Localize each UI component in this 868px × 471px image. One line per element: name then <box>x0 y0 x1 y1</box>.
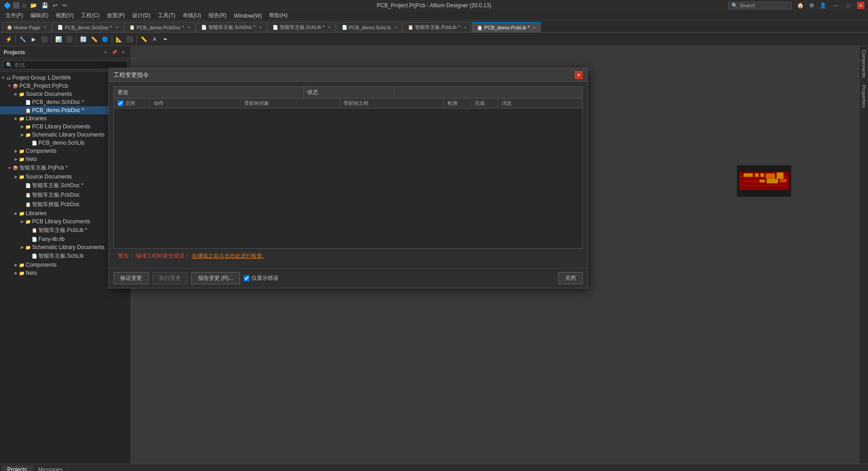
search-icon: 🔍 <box>731 3 738 9</box>
change-order-dialog: 工程变更指令 × 更改 状态 启用 动作 受影响对象 受影响文 <box>108 68 588 288</box>
menu-item-window[interactable]: Window(W) <box>230 12 265 20</box>
tab-label-pcb-demo-sch-lib: PCB_demo.SchLib <box>349 25 391 30</box>
toolbar-btn-4[interactable]: 📊 <box>53 34 63 44</box>
svg-rect-5 <box>766 174 775 179</box>
undo-btn[interactable]: ↩ <box>52 2 59 9</box>
tree-label-pcb-project: PCB_Project.PrjPcb <box>19 83 68 89</box>
dialog-title-text: 工程变更指令 <box>113 71 149 79</box>
tree-arrow-sch-lib-docs-2: ▶ <box>19 245 25 250</box>
panel-add-btn[interactable]: + <box>102 49 109 56</box>
toolbar-separator-4 <box>51 35 52 43</box>
toolbar-btn-5[interactable]: ⬛ <box>64 34 74 44</box>
maximize-btn[interactable]: □ <box>844 2 852 9</box>
toolbar-btn-12[interactable]: A <box>150 34 160 44</box>
save-btn[interactable]: 💾 <box>40 2 50 9</box>
menu-item-帮助[interactable]: 帮助(H) <box>265 11 291 20</box>
tab-icon-pcb-demo-sch-lib: 📄 <box>342 25 347 30</box>
minimize-btn[interactable]: ─ <box>832 2 839 9</box>
title-search-box[interactable]: 🔍 Search <box>728 2 792 9</box>
tree-arrow-zhineng-project: ▼ <box>6 166 13 170</box>
toolbar-btn-6[interactable]: 🔄 <box>78 34 88 44</box>
dialog-footer: 验证变更 执行变更 报告变更 (R)... 仅显示错误 关闭 <box>109 268 587 288</box>
menu-item-设计[interactable]: 设计(D) <box>128 11 154 20</box>
open-btn[interactable]: 📂 <box>29 2 38 9</box>
menu-item-工程[interactable]: 工程(C) <box>77 11 103 20</box>
redo-btn[interactable]: ↪ <box>61 2 68 9</box>
toolbar-btn-7[interactable]: ✏️ <box>89 34 99 44</box>
tab-close-zhineng-sch-doc[interactable]: × <box>259 25 262 30</box>
tab-close-home[interactable]: × <box>44 25 47 30</box>
tree-label-pcb-lib-docs-2: PCB Library Documents <box>32 218 90 225</box>
toolbar-btn-13[interactable]: ✒ <box>160 34 170 44</box>
tab-close-zhineng-sch-lib[interactable]: × <box>328 25 331 30</box>
dialog-footer-right: 关闭 <box>558 272 583 284</box>
menu-item-工具[interactable]: 工具(T) <box>154 11 179 20</box>
tabs-bar: 🏠Home Page×📄PCB_demo.SchDoc *×📋PCB_demo.… <box>0 21 868 33</box>
panel-title: Projects <box>4 49 25 56</box>
report-changes-button[interactable]: 报告变更 (R)... <box>191 272 240 284</box>
app-icon: 🔷 <box>4 2 11 9</box>
new-btn[interactable]: □ <box>21 2 27 9</box>
tab-zhineng-pcb-lib[interactable]: 📋智能车主板.PcbLib *× <box>403 22 471 32</box>
toolbar-separator-9 <box>112 35 112 43</box>
dialog-table-header: 更改 状态 <box>113 86 583 99</box>
toolbar-btn-8[interactable]: 🔵 <box>100 34 110 44</box>
tab-close-pcb-demo-pcb[interactable]: × <box>188 25 190 30</box>
right-tab-properties[interactable]: Properties <box>859 81 868 111</box>
toolbar-btn-2[interactable]: ▶ <box>28 34 38 44</box>
dialog-close-button[interactable]: × <box>575 71 583 79</box>
toolbar-btn-11[interactable]: 📏 <box>139 34 149 44</box>
toolbar-btn-9[interactable]: 📐 <box>114 34 124 44</box>
enable-all-checkbox[interactable] <box>118 100 123 106</box>
tab-icon-zhineng-pcb-lib: 📋 <box>408 25 413 30</box>
bottom-tab-messages[interactable]: Messages <box>33 466 69 471</box>
toolbar-btn-3[interactable]: ⬛ <box>39 34 49 44</box>
tree-icon-source-docs-2: 📁 <box>19 174 24 179</box>
toolbar-btn-1[interactable]: 🔧 <box>18 34 28 44</box>
tree-label-pcb-demo-pcbdoc: PCB_demo.PcbDoc * <box>32 107 84 113</box>
tree-label-components-2: Components <box>26 262 57 268</box>
toolbar-btn-10[interactable]: ⬛ <box>125 34 135 44</box>
close-btn[interactable]: × <box>857 2 864 9</box>
menu-item-编辑[interactable]: 编辑(E) <box>27 11 52 20</box>
tree-label-zhineng-pcbdoc2: 智能车拼版.PcbDoc <box>32 201 80 208</box>
tab-close-zhineng-pcb-lib[interactable]: × <box>463 25 466 30</box>
user-icon[interactable]: 👤 <box>820 2 826 9</box>
tab-zhineng-sch-lib[interactable]: 📄智能车主板.SchLib *× <box>268 22 336 32</box>
tab-close-pcb-demo-pcb-lib[interactable]: × <box>533 25 536 30</box>
tab-home[interactable]: 🏠Home Page× <box>2 22 52 32</box>
tree-icon-components-2: 📁 <box>19 263 24 268</box>
toolbar-btn-0[interactable]: ⚡ <box>4 34 14 44</box>
tab-zhineng-sch-doc[interactable]: 📄智能车主板.SchDoc *× <box>196 22 267 32</box>
menu-item-视图[interactable]: 视图(V) <box>52 11 77 20</box>
tab-pcb-demo-pcb-lib[interactable]: 📋PCB_demo.PcbLib *× <box>472 22 541 32</box>
settings-icon[interactable]: ⚙ <box>809 2 814 9</box>
panel-pin-btn[interactable]: 📌 <box>111 49 118 56</box>
execute-changes-button[interactable]: 执行变更 <box>152 272 188 284</box>
toolbar: ⚡🔧▶⬛📊⬛🔄✏️🔵📐⬛📏A✒ <box>0 33 868 46</box>
tab-close-pcb-demo-sch-lib[interactable]: × <box>395 25 397 30</box>
svg-rect-7 <box>744 179 757 183</box>
tab-pcb-demo-sch[interactable]: 📄PCB_demo.SchDoc *× <box>52 22 123 32</box>
menu-item-布线[interactable]: 布线(U) <box>179 11 205 20</box>
title-bar: 🔷 □ 📂 💾 ↩ ↪ PCB_Project.PrjPcb - Altium … <box>0 0 868 11</box>
close-dialog-button[interactable]: 关闭 <box>558 272 583 284</box>
panel-close-btn[interactable]: × <box>120 49 127 56</box>
menu-item-文件[interactable]: 文件(F) <box>2 11 27 20</box>
tab-label-home: Home Page <box>14 25 40 30</box>
warning-link[interactable]: 在继续之前点击此处进行检查. <box>192 253 264 259</box>
tab-pcb-demo-sch-lib[interactable]: 📄PCB_demo.SchLib× <box>337 22 402 32</box>
home-icon[interactable]: 🏠 <box>797 2 804 9</box>
tree-label-project-group: Project Group 1.DsnWrk <box>12 75 71 81</box>
right-tab-components[interactable]: Components <box>859 46 868 81</box>
pcb-mini-preview <box>737 165 791 198</box>
menu-item-报告[interactable]: 报告(R) <box>205 11 231 20</box>
menu-item-放置[interactable]: 放置(P) <box>103 11 128 20</box>
validate-changes-button[interactable]: 验证变更 <box>113 272 149 284</box>
bottom-tab-projects[interactable]: Projects <box>2 466 33 471</box>
tab-pcb-demo-pcb[interactable]: 📋PCB_demo.PcbDoc *× <box>124 22 195 32</box>
tab-close-pcb-demo-sch[interactable]: × <box>116 25 118 30</box>
tree-icon-zhineng-pcbdoc: 📋 <box>25 193 31 198</box>
tree-label-libraries-2: Libraries <box>26 210 47 217</box>
show-errors-checkbox[interactable] <box>244 275 250 281</box>
